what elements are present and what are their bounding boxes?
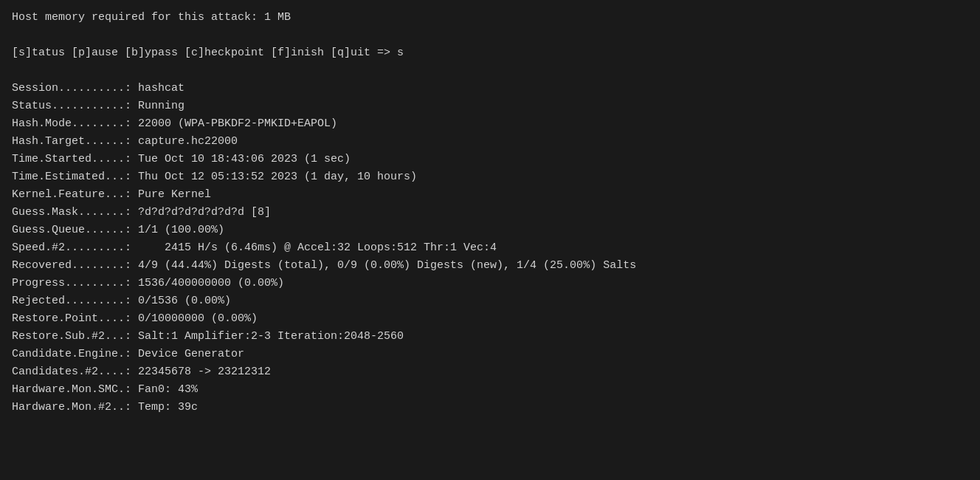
terminal-line-time-estimated: Time.Estimated...: Thu Oct 12 05:13:52 2… xyxy=(12,168,968,186)
terminal-line-empty2 xyxy=(12,62,968,80)
terminal-line-status: Status...........: Running xyxy=(12,97,968,115)
terminal-line-restore-sub: Restore.Sub.#2...: Salt:1 Amplifier:2-3 … xyxy=(12,328,968,346)
terminal-line-hardware-2: Hardware.Mon.#2..: Temp: 39c xyxy=(12,399,968,416)
terminal-line-time-started: Time.Started.....: Tue Oct 10 18:43:06 2… xyxy=(12,151,968,168)
terminal-line-host-memory: Host memory required for this attack: 1 … xyxy=(12,9,968,27)
terminal-line-kernel-feature: Kernel.Feature...: Pure Kernel xyxy=(12,186,968,204)
terminal-line-candidates: Candidates.#2....: 22345678 -> 23212312 xyxy=(12,363,968,381)
terminal-line-empty1 xyxy=(12,27,968,44)
terminal-line-speed: Speed.#2.........: 2415 H/s (6.46ms) @ A… xyxy=(12,239,968,257)
terminal-line-session: Session..........: hashcat xyxy=(12,80,968,97)
terminal-line-candidate-engine: Candidate.Engine.: Device Generator xyxy=(12,346,968,363)
terminal-line-restore-point: Restore.Point....: 0/10000000 (0.00%) xyxy=(12,310,968,328)
terminal-line-hardware-smc: Hardware.Mon.SMC.: Fan0: 43% xyxy=(12,381,968,399)
terminal-line-progress: Progress.........: 1536/400000000 (0.00%… xyxy=(12,275,968,292)
terminal-line-guess-mask: Guess.Mask.......: ?d?d?d?d?d?d?d?d [8] xyxy=(12,204,968,222)
terminal-line-hash-mode: Hash.Mode........: 22000 (WPA-PBKDF2-PMK… xyxy=(12,115,968,133)
terminal-line-rejected: Rejected.........: 0/1536 (0.00%) xyxy=(12,292,968,310)
terminal-output: Host memory required for this attack: 1 … xyxy=(12,9,968,416)
terminal-line-recovered: Recovered........: 4/9 (44.44%) Digests … xyxy=(12,257,968,275)
terminal-line-menu: [s]tatus [p]ause [b]ypass [c]heckpoint [… xyxy=(12,44,968,62)
terminal-line-hash-target: Hash.Target......: capture.hc22000 xyxy=(12,133,968,151)
terminal-line-guess-queue: Guess.Queue......: 1/1 (100.00%) xyxy=(12,222,968,239)
